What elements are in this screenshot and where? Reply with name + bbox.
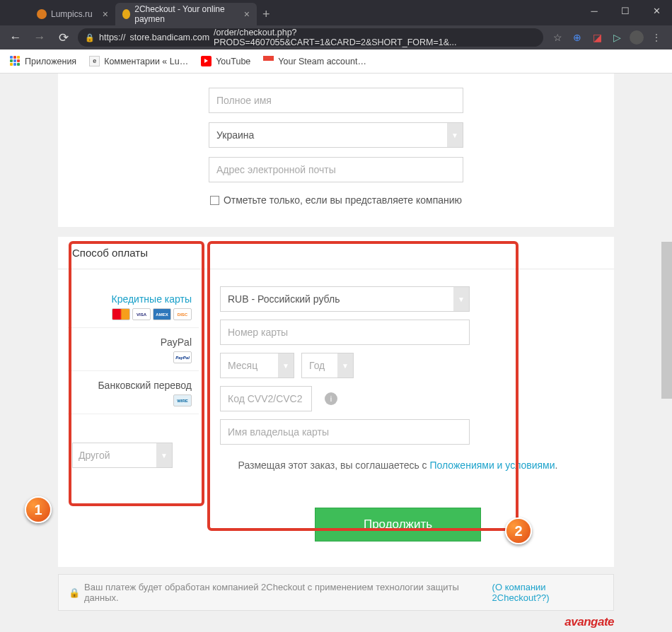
close-icon[interactable]: × — [103, 8, 108, 20]
wire-icon: WIRE — [173, 394, 192, 406]
fullname-input[interactable]: Полное имя — [209, 88, 463, 113]
cast-icon[interactable]: ▷ — [610, 30, 624, 45]
select-value: Украина — [216, 129, 254, 141]
bookmark-youtube[interactable]: YouTube — [201, 56, 250, 66]
method-paypal[interactable]: PayPal PayPal — [68, 328, 199, 371]
lock-icon: 🔒 — [69, 587, 80, 598]
reload-button[interactable]: ⟳ — [54, 30, 74, 45]
profile-avatar[interactable] — [630, 30, 644, 45]
method-label: Банковский перевод — [75, 380, 192, 391]
close-icon[interactable]: × — [244, 8, 250, 20]
continue-button[interactable]: Продолжить — [315, 508, 481, 542]
select-value: Другой — [79, 450, 110, 461]
tab-strip: Lumpics.ru × 2Checkout - Your online pay… — [0, 0, 672, 25]
url-host: store.bandicam.com — [130, 33, 210, 42]
bookmark-label: Приложения — [25, 57, 76, 66]
chevron-down-icon: ▼ — [453, 287, 469, 311]
other-select[interactable]: Другой ▼ — [72, 443, 173, 468]
payment-block: Способ оплаты Кредитные карты VISA AMEX … — [58, 237, 614, 567]
visa-icon: VISA — [132, 308, 151, 320]
maximize-button[interactable]: ☐ — [610, 0, 641, 21]
gmail-icon — [263, 56, 274, 66]
toolbar-icons: ☆ ⊕ ◪ ▷ ⋮ — [548, 30, 666, 45]
placeholder-text: Месяц — [228, 360, 257, 371]
amex-icon: AMEX — [153, 308, 171, 320]
chevron-down-icon: ▼ — [156, 443, 172, 467]
expiry-month-select[interactable]: Месяц ▼ — [220, 353, 294, 378]
company-checkbox-row[interactable]: Отметьте только, если вы представляете к… — [210, 194, 462, 206]
footer-notice: 🔒 Ваш платеж будет обработан компанией 2… — [58, 574, 614, 611]
payment-form: RUB - Российский рубль ▼ Номер карты Мес… — [199, 279, 604, 556]
method-label: PayPal — [75, 337, 192, 348]
tab-2checkout[interactable]: 2Checkout - Your online paymen × — [115, 3, 257, 25]
bookmark-label: Комментарии « Lu… — [104, 57, 188, 66]
page-content: Полное имя Украина ▼ Адрес электронной п… — [0, 74, 672, 632]
tab-title: 2Checkout - Your online paymen — [134, 4, 233, 24]
chevron-down-icon: ▼ — [278, 353, 294, 378]
method-other: Другой ▼ — [68, 443, 199, 468]
chevron-down-icon: ▼ — [337, 353, 353, 378]
menu-icon[interactable]: ⋮ — [649, 30, 664, 45]
star-icon[interactable]: ☆ — [550, 30, 564, 45]
terms-link[interactable]: Положениями и условиями — [430, 460, 555, 471]
payment-methods-list: Кредитные карты VISA AMEX DISC PayPal Pa… — [68, 279, 199, 556]
checkbox-label: Отметьте только, если вы представляете к… — [224, 194, 462, 206]
apps-shortcut[interactable]: Приложения — [10, 56, 76, 66]
youtube-icon — [201, 56, 212, 66]
about-link[interactable]: (О компании 2Checkout??) — [492, 582, 603, 603]
new-tab-button[interactable]: + — [262, 3, 270, 25]
footer-text: Ваш платеж будет обработан компанией 2Ch… — [84, 582, 488, 603]
minimize-button[interactable]: ─ — [579, 0, 610, 21]
country-select[interactable]: Украина ▼ — [209, 122, 463, 148]
currency-select[interactable]: RUB - Российский рубль ▼ — [220, 286, 470, 312]
favicon-icon — [122, 9, 130, 19]
site-icon: e — [89, 56, 100, 66]
expiry-year-select[interactable]: Год ▼ — [301, 353, 354, 378]
placeholder-text: Адрес электронной почты — [216, 164, 336, 175]
favicon-icon — [37, 9, 47, 19]
bookmark-steam[interactable]: Your Steam account… — [263, 56, 366, 66]
url-prefix: https:// — [99, 33, 126, 42]
url-input[interactable]: 🔒 https://store.bandicam.com/order/check… — [78, 28, 543, 47]
tab-lumpics[interactable]: Lumpics.ru × — [30, 3, 115, 25]
tab-title: Lumpics.ru — [51, 9, 93, 19]
scrollbar-thumb[interactable] — [661, 242, 672, 399]
placeholder-text: Полное имя — [216, 95, 272, 106]
bookmark-label: Your Steam account… — [278, 57, 366, 66]
button-label: Продолжить — [364, 517, 432, 532]
brand-logo: avangate — [14, 611, 658, 632]
extension-icon[interactable]: ⊕ — [570, 30, 584, 45]
back-button[interactable]: ← — [6, 30, 25, 45]
cvv-input[interactable]: Код CVV2/CVC2 — [220, 386, 312, 411]
card-number-input[interactable]: Номер карты — [220, 320, 470, 345]
method-credit-cards[interactable]: Кредитные карты VISA AMEX DISC — [68, 285, 199, 328]
lock-icon: 🔒 — [85, 33, 95, 42]
window-controls: ─ ☐ ✕ — [579, 0, 672, 21]
address-bar: ← → ⟳ 🔒 https://store.bandicam.com/order… — [0, 25, 672, 49]
email-input[interactable]: Адрес электронной почты — [209, 157, 463, 182]
discover-icon: DISC — [173, 308, 192, 320]
forward-button: → — [30, 30, 50, 45]
chevron-down-icon: ▼ — [447, 123, 463, 147]
placeholder-text: Номер карты — [228, 327, 288, 338]
method-label: Кредитные карты — [75, 293, 192, 305]
checkbox-icon[interactable] — [210, 196, 219, 205]
cardholder-input[interactable]: Имя владельца карты — [220, 419, 470, 445]
bookmarks-bar: Приложения e Комментарии « Lu… YouTube Y… — [0, 49, 672, 74]
scrollbar[interactable] — [661, 74, 672, 632]
billing-form: Полное имя Украина ▼ Адрес электронной п… — [58, 74, 614, 213]
adblock-icon[interactable]: ◪ — [590, 30, 604, 45]
placeholder-text: Код CVV2/CVC2 — [228, 393, 303, 404]
page-viewport: Полное имя Украина ▼ Адрес электронной п… — [0, 74, 672, 632]
info-icon[interactable]: i — [325, 392, 337, 405]
placeholder-text: Имя владельца карты — [228, 426, 329, 438]
paypal-icon: PayPal — [173, 351, 192, 363]
agreement-text: Размещая этот заказ, вы соглашаетесь с П… — [220, 458, 576, 473]
card-brand-icons: VISA AMEX DISC — [75, 308, 192, 320]
close-window-button[interactable]: ✕ — [641, 0, 672, 21]
bookmark-comments[interactable]: e Комментарии « Lu… — [89, 56, 188, 66]
placeholder-text: Год — [309, 360, 325, 371]
select-value: RUB - Российский рубль — [228, 293, 340, 305]
method-wire[interactable]: Банковский перевод WIRE — [68, 371, 199, 414]
browser-chrome: Lumpics.ru × 2Checkout - Your online pay… — [0, 0, 672, 49]
